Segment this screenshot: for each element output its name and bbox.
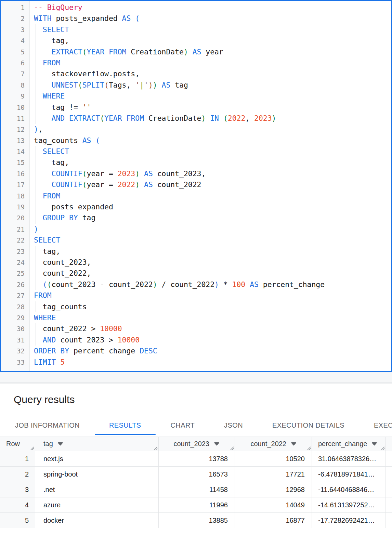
code-token xyxy=(65,213,69,222)
code-line: ORDER BY percent_change DESC xyxy=(34,346,391,356)
indent-guide-line xyxy=(36,268,36,279)
code-token: LIMIT xyxy=(34,358,56,366)
code-indent xyxy=(34,247,43,256)
code-line: EXTRACT(YEAR FROM CreationDate) AS year xyxy=(34,47,391,57)
cell-filler xyxy=(386,513,392,528)
panel-divider[interactable] xyxy=(0,372,392,384)
code-token: FROM xyxy=(43,192,61,200)
column-resize-handle[interactable] xyxy=(306,445,311,450)
column-resize-handle[interactable] xyxy=(380,445,385,450)
indent-guide-line xyxy=(36,212,36,223)
indent-guide-line xyxy=(36,191,36,202)
table-body: 1next.js137881052031.06463878326…2spring… xyxy=(0,451,392,528)
code-line: count_2022, xyxy=(34,268,391,279)
cell-count-2023: 13885 xyxy=(159,513,235,528)
code-token: 2022 xyxy=(228,114,246,122)
column-resize-handle[interactable] xyxy=(29,445,34,450)
query-results-header: Query results xyxy=(0,384,392,416)
line-number: 5 xyxy=(1,47,25,57)
code-token: ' xyxy=(135,81,140,89)
indent-guide-line xyxy=(36,68,36,79)
results-table: Rowtagcount_2023count_2022percent_change… xyxy=(0,437,392,528)
code-indent xyxy=(34,58,43,67)
column-header-count_2023[interactable]: count_2023 xyxy=(159,437,235,451)
indent-guide-line xyxy=(36,279,36,290)
code-token: ) xyxy=(272,114,276,122)
code-token: count_2023, xyxy=(43,258,91,266)
column-resize-handle[interactable] xyxy=(153,445,158,450)
code-token: ) xyxy=(148,81,153,89)
line-number: 14 xyxy=(1,146,25,157)
sql-query-editor[interactable]: 1234567891011121314151617181920212223242… xyxy=(0,0,392,372)
column-header-percent_change[interactable]: percent_change xyxy=(312,437,386,451)
code-token: AS xyxy=(162,81,171,89)
code-line: tag, xyxy=(34,246,391,257)
cell-row-number: 4 xyxy=(0,497,35,512)
indent-guide-line xyxy=(36,202,36,212)
tab-results[interactable]: RESULTS xyxy=(95,416,156,435)
indent-guide-line xyxy=(36,301,36,312)
code-token xyxy=(140,169,144,178)
column-header-count_2022[interactable]: count_2022 xyxy=(235,437,312,451)
code-token: AS xyxy=(250,280,259,289)
sort-menu-icon[interactable] xyxy=(57,442,63,446)
sort-menu-icon[interactable] xyxy=(371,442,377,446)
code-token: ' xyxy=(144,81,148,89)
line-number: 10 xyxy=(1,102,25,113)
line-number: 11 xyxy=(1,113,25,124)
cell-percent-change: 31.06463878326… xyxy=(312,451,386,466)
code-line: UNNEST(SPLIT(Tags, '|')) AS tag xyxy=(34,80,391,91)
line-number: 27 xyxy=(1,290,25,301)
table-row: 1next.js137881052031.06463878326… xyxy=(0,451,392,467)
code-token: | xyxy=(140,81,144,89)
column-header-tag[interactable]: tag xyxy=(35,437,159,451)
indent-guide-line xyxy=(36,335,36,346)
sort-menu-icon[interactable] xyxy=(214,442,220,446)
code-token xyxy=(157,81,162,89)
code-token: , xyxy=(38,125,43,133)
code-indent xyxy=(34,336,43,344)
code-indent xyxy=(34,92,43,100)
code-token: ) xyxy=(153,81,157,89)
code-token: WITH xyxy=(34,14,52,23)
line-number: 16 xyxy=(1,168,25,179)
tab-json[interactable]: JSON xyxy=(210,416,257,435)
code-indent xyxy=(34,158,52,167)
indent-guide-line xyxy=(36,168,36,179)
code-token: ) xyxy=(34,125,38,133)
tab-chart[interactable]: CHART xyxy=(156,416,209,435)
sort-menu-icon[interactable] xyxy=(291,442,297,446)
code-line: LIMIT 5 xyxy=(34,357,391,368)
code-token: COUNTIF xyxy=(52,169,82,178)
tab-execution-graph[interactable]: EXECUTION GRAPH xyxy=(360,416,392,435)
code-token: ( xyxy=(43,280,47,289)
column-header-row[interactable]: Row xyxy=(0,437,35,451)
column-resize-handle[interactable] xyxy=(229,445,234,450)
line-number: 21 xyxy=(1,224,25,235)
code-indent xyxy=(34,36,52,45)
code-token: UNNEST xyxy=(52,81,78,89)
code-token xyxy=(56,347,60,355)
code-token: ( xyxy=(223,114,228,122)
tab-execution-details[interactable]: EXECUTION DETAILS xyxy=(258,416,359,435)
column-label: count_2022 xyxy=(250,440,286,448)
line-number: 32 xyxy=(1,346,25,356)
code-line: COUNTIF(year = 2022) AS count_2022 xyxy=(34,179,391,190)
code-token: FROM xyxy=(43,58,61,67)
tab-job-information[interactable]: JOB INFORMATION xyxy=(1,416,94,435)
code-token xyxy=(219,114,223,122)
code-indent xyxy=(34,103,52,112)
code-token: count_2023 > xyxy=(56,336,117,344)
code-token: 10000 xyxy=(100,324,122,333)
line-number: 19 xyxy=(1,202,25,212)
cell-count-2022: 12968 xyxy=(235,482,312,497)
code-token: ( xyxy=(82,48,87,56)
code-token xyxy=(131,14,135,23)
code-token: ( xyxy=(82,169,87,178)
code-area[interactable]: -- BigQueryWITH posts_expanded AS ( SELE… xyxy=(30,1,391,371)
column-header-filler xyxy=(386,437,392,451)
code-token: / count_2022 xyxy=(157,280,214,289)
column-label: percent_change xyxy=(318,440,367,448)
code-indent xyxy=(34,48,52,56)
line-number: 2 xyxy=(1,13,25,24)
